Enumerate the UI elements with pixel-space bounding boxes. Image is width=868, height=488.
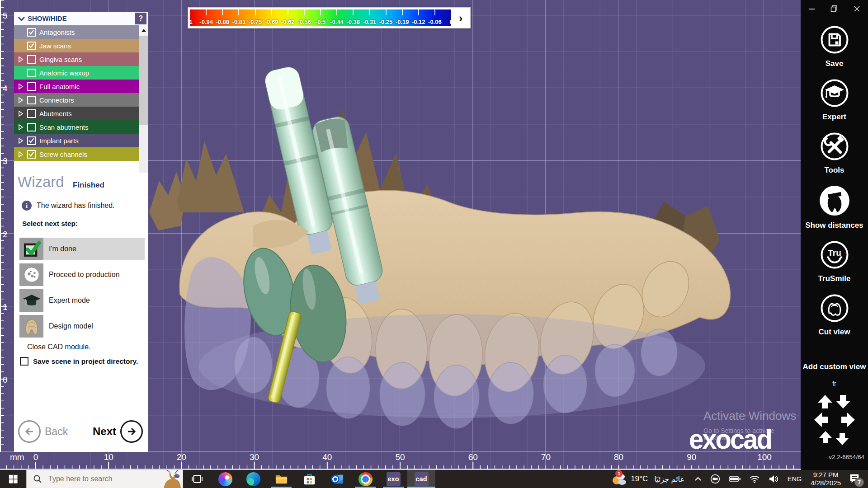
sidebar-tool-show-distances[interactable]: Show distances	[801, 185, 868, 230]
start-button[interactable]	[0, 470, 26, 488]
colorbar-tick	[353, 9, 354, 15]
wizard-panel: Wizard Finished i The wizard has finishe…	[14, 173, 148, 452]
fr-label[interactable]: fr	[801, 380, 868, 387]
restore-button[interactable]	[828, 4, 840, 14]
taskbar-app-exo[interactable]: exo	[379, 470, 407, 488]
back-arrow-icon	[18, 420, 41, 443]
visibility-checkbox[interactable]	[27, 42, 36, 50]
scrollbar-up-button[interactable]	[139, 25, 148, 35]
sidebar-tool-cut-view[interactable]: Cut view	[801, 293, 868, 337]
showhide-scrollbar[interactable]	[139, 25, 148, 173]
trusmile-icon: Tru	[820, 240, 849, 272]
task-view-button[interactable]	[183, 470, 211, 488]
visibility-checkbox[interactable]	[27, 69, 36, 77]
showhide-row-scan-abutments[interactable]: Scan abutments	[14, 120, 139, 134]
store-icon	[302, 472, 316, 486]
visibility-checkbox[interactable]	[27, 123, 36, 131]
svg-text:5: 5	[3, 11, 8, 20]
wizard-option-expert-mode[interactable]: Expert mode	[19, 289, 145, 312]
colorbar-tick	[304, 9, 305, 15]
view-arrows[interactable]	[813, 394, 856, 449]
weather-widget[interactable]: 1 19°C غائم جزئيًا	[610, 471, 690, 487]
wizard-option-proceed-to-production[interactable]: Proceed to production	[19, 263, 145, 286]
expand-arrow-icon[interactable]	[18, 56, 26, 63]
expand-arrow-icon[interactable]	[18, 151, 26, 158]
meet-now-icon[interactable]	[710, 474, 721, 484]
showhide-header[interactable]: SHOW/HIDE ?	[14, 12, 148, 26]
scrollbar-thumb[interactable]	[139, 36, 148, 125]
taskbar-clock[interactable]: 9:27 PM 4/28/2025	[811, 471, 841, 487]
distance-colorbar: -1-0.94-0.88-0.81-0.75-0.69-0.62-0.56-0.…	[188, 7, 471, 28]
expand-arrow-icon[interactable]	[18, 83, 26, 90]
showhide-row-jaw-scans[interactable]: Jaw scans	[14, 39, 139, 52]
sidebar-tool-expert[interactable]: Expert	[801, 78, 868, 122]
battery-icon[interactable]	[729, 476, 741, 482]
colorbar-tick	[369, 9, 370, 15]
visibility-checkbox[interactable]	[27, 55, 36, 64]
colorbar-tick	[222, 9, 223, 15]
explorer-icon	[274, 472, 288, 486]
speaker-icon[interactable]	[768, 474, 779, 483]
showhide-row-screw-channels[interactable]: Screw channels	[14, 147, 139, 161]
sidebar-tool-trusmile[interactable]: TruTruSmile	[801, 240, 868, 283]
wifi-icon[interactable]	[749, 475, 760, 483]
colorbar-expand-button[interactable]: ›	[453, 9, 468, 26]
close-cad-note[interactable]: Close CAD module.	[27, 343, 91, 351]
expand-arrow-icon[interactable]	[18, 124, 26, 131]
back-button[interactable]: Back	[18, 420, 68, 443]
wizard-option-label: Design model	[49, 322, 93, 330]
visibility-checkbox[interactable]	[27, 109, 36, 118]
showhide-row-implant-parts[interactable]: Implant parts	[14, 134, 139, 147]
minimize-button[interactable]	[806, 4, 818, 14]
visibility-checkbox[interactable]	[27, 150, 36, 159]
expand-arrow-icon[interactable]	[18, 137, 26, 144]
taskbar-app-chrome[interactable]	[351, 470, 379, 488]
expand-arrow-icon[interactable]	[18, 110, 26, 117]
taskbar-app-store[interactable]	[295, 470, 323, 488]
showhide-row-abutments[interactable]: Abutments	[14, 107, 139, 120]
save-scene-option[interactable]: Save scene in project directory.	[20, 357, 138, 366]
arrow-down-icon	[836, 395, 850, 408]
jaw-model-icon	[19, 315, 43, 338]
visibility-checkbox[interactable]	[27, 96, 36, 104]
taskbar-app-outlook[interactable]	[323, 470, 351, 488]
colorbar-tick-label: 0	[449, 19, 451, 25]
visibility-checkbox[interactable]	[27, 136, 36, 145]
taskbar-app-copilot[interactable]	[211, 470, 239, 488]
colorbar-tick-label: -0.69	[265, 19, 278, 25]
sidebar-tool-save[interactable]: Save	[801, 25, 868, 68]
taskbar-app-cad[interactable]: cad	[407, 470, 435, 488]
colorbar-tick-label: -0.56	[297, 19, 311, 25]
showhide-row-gingiva-scans[interactable]: Gingiva scans	[14, 52, 139, 66]
close-button[interactable]	[851, 4, 863, 14]
svg-text:4: 4	[3, 84, 8, 93]
wizard-option-design-model[interactable]: Design model	[19, 315, 145, 338]
action-center-icon[interactable]: 7	[849, 473, 860, 485]
add-custom-view-button[interactable]: Add custom view	[801, 362, 868, 371]
taskbar-app-edge[interactable]	[239, 470, 267, 488]
sidebar-tool-tools[interactable]: Tools	[801, 131, 868, 175]
show-hidden-icons-chevron[interactable]	[694, 477, 702, 481]
search-input[interactable]	[47, 474, 153, 483]
save-scene-checkbox[interactable]	[20, 357, 28, 366]
colorbar-tick	[418, 9, 419, 15]
wizard-option-i-m-done[interactable]: I'm done	[19, 238, 145, 260]
showhide-row-anatomic-waxup[interactable]: Anatomic waxup	[14, 66, 139, 80]
sidebar-tool-label: Show distances	[805, 221, 863, 230]
expand-arrow-icon[interactable]	[18, 97, 26, 103]
taskbar-search[interactable]	[26, 469, 183, 488]
showhide-row-connectors[interactable]: Connectors	[14, 93, 139, 107]
help-button[interactable]: ?	[135, 13, 146, 24]
colorbar-tick	[320, 9, 321, 15]
taskbar-app-explorer[interactable]	[267, 470, 295, 488]
language-indicator[interactable]: ENG	[788, 475, 802, 483]
showhide-row-antagonists[interactable]: Antagonists	[14, 25, 139, 39]
visibility-checkbox[interactable]	[27, 82, 36, 91]
exocad-logo: exocad	[689, 423, 771, 455]
showhide-row-full-anatomic[interactable]: Full anatomic	[14, 80, 139, 93]
right-toolbar: SaveExpertToolsShow distancesTruTruSmile…	[801, 0, 868, 470]
layer-label: Screw channels	[39, 150, 87, 158]
next-button[interactable]: Next	[93, 420, 143, 443]
visibility-checkbox[interactable]	[27, 28, 36, 37]
weather-temp: 19°C	[631, 474, 648, 483]
